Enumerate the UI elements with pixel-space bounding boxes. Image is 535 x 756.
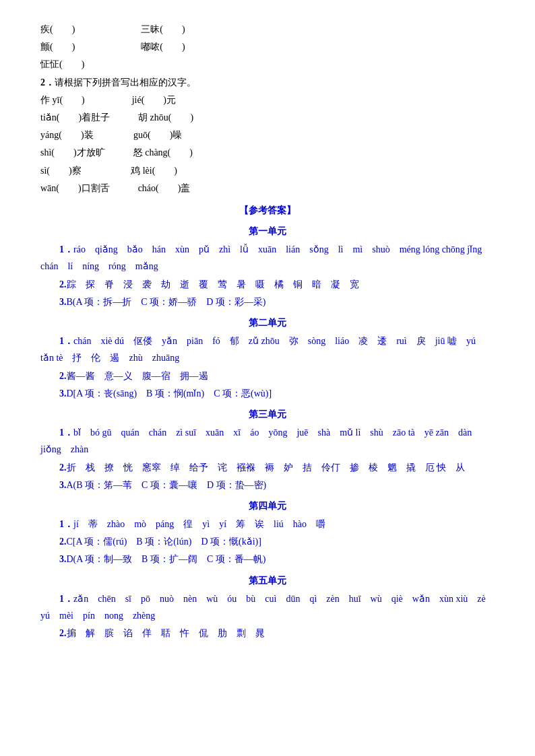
q2-header: 2．请根据下列拼音写出相应的汉字。: [40, 74, 495, 91]
q1-line3: 怔怔( ): [40, 56, 495, 73]
unit1-answer2: 2.踪 探 脊 浸 袭 劫 逝 覆 莺 暑 嗫 橘 铜 暗 凝 宽: [40, 276, 495, 293]
unit3-answer1: 1．bǐ bó gū quán chán zì suī xuān xī áo y…: [40, 424, 495, 458]
unit3-answer2: 2.折 栈 撩 恍 窸窣 绰 给予 诧 襁褓 褥 妒 拮 伶仃 掺 棱 魍 撬 …: [40, 459, 495, 476]
unit1-answer1: 1．ráo qiǎng bǎo hán xùn pǔ zhì lǚ xuān l…: [40, 241, 495, 275]
q2-line1: 作 yī( ) jié( )元: [40, 92, 495, 108]
q2-line4: shì( )才放旷 怒 chàng( ): [40, 144, 495, 161]
q2-line5: sì( )察 鸡 lèi( ): [40, 162, 495, 179]
page-content: 疾( ) 三昧( ) 颤( ) 嘟哝( ) 怔怔( ) 2．请根据下列拼音写出相…: [40, 21, 495, 642]
unit3-title: 第三单元: [40, 406, 495, 423]
q2-line6: wān( )口割舌 cháo( )盖: [40, 180, 495, 197]
q2-line2: tiǎn( )着肚子 胡 zhōu( ): [40, 109, 495, 126]
unit2-answer1: 1．chán xiè dú 伛偻 yǎn piān fó 郁 zǔ zhōu 弥…: [40, 333, 495, 366]
unit3-answer3: 3.A(B 项：笫—苇 C 项：囊—嚷 D 项：蛰—密): [40, 477, 495, 493]
answer-header: 【参考答案】: [40, 202, 495, 219]
unit5-title: 第五单元: [40, 572, 495, 589]
answer-section: 【参考答案】 第一单元 1．ráo qiǎng bǎo hán xùn pǔ z…: [40, 202, 495, 642]
unit1-title: 第一单元: [40, 223, 495, 240]
unit2-answer3: 3.D[A 项：丧(sāng) B 项：悯(mǐn) C 项：恶(wù)]: [40, 385, 495, 402]
unit2-title: 第二单元: [40, 314, 495, 331]
questions-section: 疾( ) 三昧( ) 颤( ) 嘟哝( ) 怔怔( ) 2．请根据下列拼音写出相…: [40, 21, 495, 197]
unit5-answer1: 1．zǎn chēn sī pō nuò nèn wù óu bù cuì dū…: [40, 590, 495, 624]
q1-line2: 颤( ) 嘟哝( ): [40, 38, 495, 55]
unit4-answer1: 1．jí 蒂 zhào mò páng 徨 yì yí 筹 诶 liú hào …: [40, 516, 495, 532]
q2-line3: yáng( )装 guō( )噪: [40, 127, 495, 143]
unit4-answer3: 3.D(A 项：制—致 B 项：扩—阔 C 项：番—帆): [40, 551, 495, 568]
unit5-answer2: 2.掮 解 膑 谄 佯 聒 忤 侃 肋 剽 晁: [40, 625, 495, 642]
q1-line1: 疾( ) 三昧( ): [40, 21, 495, 38]
unit4-title: 第四单元: [40, 497, 495, 514]
unit1-answer3: 3.B(A 项：拆—折 C 项：娇—骄 D 项：彩—采): [40, 294, 495, 310]
unit2-answer2: 2.酱—酱 意—义 腹—宿 拥—遏: [40, 368, 495, 384]
unit4-answer2: 2.C[A 项：儒(rú) B 项：论(lún) D 项：慨(kǎi)]: [40, 533, 495, 550]
